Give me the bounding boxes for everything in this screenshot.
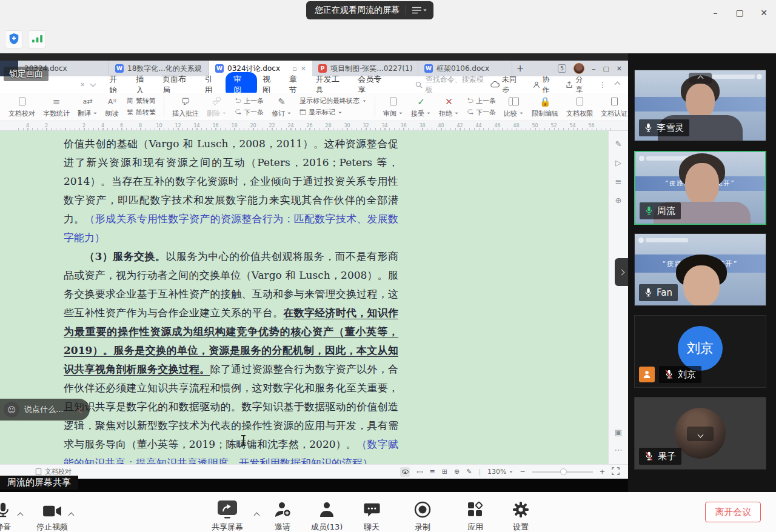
- document-page[interactable]: （2）资源整合。以服务为中心的价值共创观将资源整合视为行动者价值共创的基础（Va…: [0, 131, 608, 464]
- participant-name-chip: 周流: [640, 202, 681, 219]
- window-maximize-button[interactable]: ▢: [731, 5, 748, 21]
- record-button[interactable]: 录制: [393, 499, 452, 532]
- ribbon-accept-button[interactable]: ✓接受: [411, 96, 431, 118]
- collab-label: 协作: [543, 75, 557, 95]
- proofing-status-label: 文档校对: [45, 467, 72, 476]
- meeting-security-button[interactable]: [5, 30, 23, 48]
- window-minimize-button[interactable]: –: [707, 5, 724, 21]
- outline-icon[interactable]: ≡: [615, 177, 622, 186]
- participant-tile-liujing[interactable]: 刘京 刘京: [634, 315, 766, 388]
- person-face: [686, 84, 715, 119]
- wps-close-button[interactable]: ✕: [617, 65, 622, 73]
- tab-count-badge[interactable]: 5: [558, 64, 566, 73]
- chat-button[interactable]: 聊天: [343, 499, 401, 532]
- ribbon-insert-comment-button[interactable]: 🗩插入批注: [172, 96, 199, 118]
- mic-options-chevron[interactable]: [18, 510, 22, 519]
- zoom-slider[interactable]: [532, 471, 593, 473]
- window-close-button[interactable]: ✕: [755, 5, 772, 21]
- ribbon-prev-change-button[interactable]: ⮌上一条: [467, 96, 496, 105]
- video-options-chevron[interactable]: [69, 510, 73, 519]
- account-avatar[interactable]: [574, 63, 584, 74]
- wps-restore-button[interactable]: ▢: [603, 65, 609, 73]
- eye-protection-toggle[interactable]: [400, 467, 410, 477]
- share-button[interactable]: 分享: [566, 75, 590, 95]
- zoom-level-value: 130%: [487, 468, 506, 476]
- ribbon-track-changes-button[interactable]: ✎修订: [272, 96, 292, 118]
- zoom-in-button[interactable]: +: [600, 468, 605, 476]
- edit-pen-icon[interactable]: ✎: [615, 139, 622, 148]
- lock-screen-button[interactable]: 锁定画面: [4, 67, 48, 81]
- quick-chat-bar[interactable]: ☺ 说点什么...: [0, 399, 90, 421]
- ribbon-next-comment-button[interactable]: ⮎下一条: [235, 108, 264, 117]
- ribbon-restrict-edit-button[interactable]: 🔒限制编辑: [532, 96, 558, 118]
- pointer-icon[interactable]: ▷: [615, 158, 621, 167]
- ribbon-compare-button[interactable]: 比较: [504, 96, 524, 118]
- ink-icon[interactable]: ✎: [466, 468, 472, 476]
- ribbon-prev-comment-button[interactable]: ⮌上一条: [235, 96, 264, 105]
- ribbon-doc-auth-button[interactable]: 文档认证: [601, 96, 627, 118]
- network-quality-button[interactable]: [28, 30, 46, 48]
- leave-meeting-button[interactable]: 离开会议: [705, 502, 761, 522]
- host-badge: [639, 367, 655, 382]
- show-markup-dropdown[interactable]: 🗔显示标记: [299, 108, 367, 117]
- emoji-icon[interactable]: ☺: [4, 402, 19, 417]
- fit-fullscreen-icon[interactable]: [612, 467, 620, 477]
- globe-view-icon[interactable]: ⊕: [454, 468, 460, 476]
- quick-close-icon[interactable]: ✕: [80, 81, 85, 88]
- settings-button[interactable]: 设置: [492, 499, 550, 532]
- shared-screen-stage: 20324.docx W 18数字化...化的关系观 W 0324讨论.docx…: [0, 53, 628, 492]
- ribbon-proofing-button[interactable]: 文档校对: [8, 96, 35, 118]
- quick-collapse-icon[interactable]: [90, 81, 96, 87]
- ribbon-read-aloud-button[interactable]: A⁾⁾朗读: [105, 96, 119, 118]
- proof-doc-icon: [36, 468, 41, 475]
- ribbon-next-change-button[interactable]: ⮎下一条: [467, 108, 496, 117]
- ribbon-to-traditional-button[interactable]: 繁简转繁: [127, 108, 156, 117]
- markup-state-dropdown[interactable]: 显示标记的最终状态: [299, 96, 367, 105]
- book-view-icon[interactable]: ⊞: [442, 468, 447, 476]
- ribbon-wordcount-button[interactable]: ≡字数统计: [43, 96, 70, 118]
- mute-label: 静音: [0, 522, 11, 531]
- sheet-icon[interactable]: ▣: [615, 428, 622, 437]
- cloud-sync-status[interactable]: 未同步: [490, 75, 524, 95]
- zoom-out-button[interactable]: −: [520, 468, 526, 476]
- wps-statusbar: 文档校对 ▭ ≡ ⊞ ⊕ ✎ | 130% − +: [0, 464, 628, 479]
- ribbon-doc-permission-button[interactable]: 文档权限: [566, 96, 593, 118]
- participant-name: 周流: [657, 205, 675, 217]
- more-options-icon[interactable]: ⋮: [599, 81, 606, 89]
- participant-tile-lixueling[interactable]: 李雪灵: [634, 70, 766, 141]
- wps-minimize-button[interactable]: –: [592, 64, 596, 73]
- banner-menu-icon[interactable]: [412, 7, 427, 14]
- share-screen-label: 共享屏幕: [212, 522, 243, 531]
- university-logo: [638, 237, 688, 244]
- collapse-ribbon-icon[interactable]: [615, 82, 621, 88]
- ribbon-review-button[interactable]: 审阅: [383, 96, 403, 118]
- participant-name: 李雪灵: [657, 122, 684, 134]
- zoom-level-dropdown[interactable]: 130%: [487, 468, 513, 476]
- watching-banner-text: 您正在观看周流的屏幕: [315, 5, 400, 16]
- ribbon-to-simplified-button[interactable]: 简繁转简: [127, 96, 156, 105]
- ribbon-reject-button[interactable]: ✕拒绝: [439, 96, 459, 118]
- scroll-up-button[interactable]: [689, 73, 712, 84]
- proofing-status[interactable]: 文档校对: [35, 467, 72, 476]
- ribbon-translate-button[interactable]: a⇄翻译: [78, 96, 98, 118]
- scroll-down-button[interactable]: [687, 427, 714, 441]
- share-screen-button[interactable]: 共享屏幕: [198, 499, 256, 532]
- participant-tile-fan[interactable]: “疫路同行 静待花开” Fan: [634, 233, 766, 306]
- page-view-icon[interactable]: ▭: [416, 468, 423, 476]
- text-cursor: [241, 435, 246, 445]
- ribbon-markup-group: 显示标记的最终状态 🗔显示标记: [299, 96, 367, 117]
- zoom-slider-thumb[interactable]: [560, 468, 567, 475]
- participant-tile-guozi[interactable]: 果子: [634, 397, 766, 470]
- collaborate-button[interactable]: 协作: [533, 75, 557, 95]
- navigate-icon[interactable]: ⊕: [615, 196, 622, 205]
- members-label: 成员(13): [311, 522, 343, 531]
- wps-menubar: ✕ 开始 插入 页面布局 引用 审阅 视图 章节 开发工具 会员专享 查找命令、…: [0, 76, 628, 93]
- chat-collapse-button[interactable]: [79, 405, 90, 414]
- participant-tile-zhouliu[interactable]: “疫路同行 静待花开” 周流: [634, 151, 766, 225]
- command-search[interactable]: 查找命令、搜索模板: [415, 75, 490, 95]
- panel-collapse-handle[interactable]: [615, 258, 628, 286]
- watching-banner: 您正在观看周流的屏幕: [306, 1, 433, 19]
- cloud-status-label: 未同步: [502, 75, 524, 95]
- web-view-icon[interactable]: ≡: [430, 468, 435, 476]
- more-tools-icon[interactable]: ⋯: [615, 445, 623, 454]
